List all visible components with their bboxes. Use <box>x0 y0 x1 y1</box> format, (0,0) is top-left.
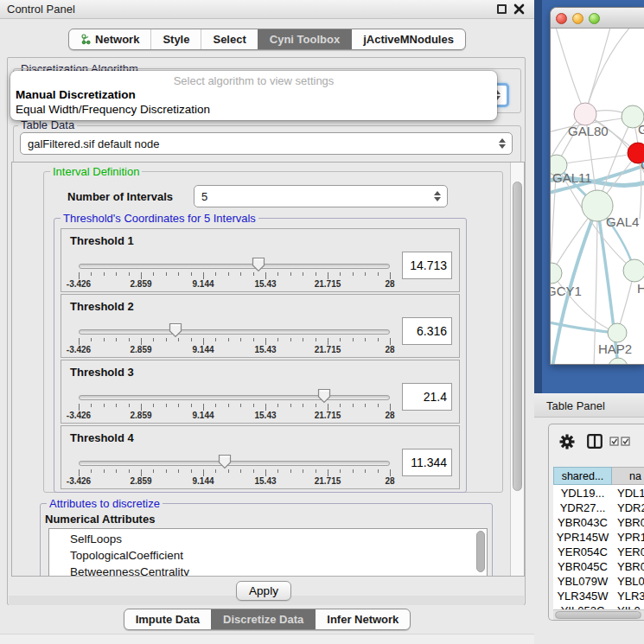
slider-tick-label: 9.144 <box>192 345 214 354</box>
slider-tick-label: -3.426 <box>67 345 91 354</box>
tab-label: Cyni Toolbox <box>270 29 340 49</box>
float-window-icon[interactable] <box>497 4 507 14</box>
slider-minor-tick <box>290 338 291 341</box>
shared-name-cell: YDR27... <box>553 501 612 514</box>
table-row[interactable]: YPR145WYPR1 <box>553 531 644 545</box>
number-of-intervals-combobox[interactable]: 5 <box>194 185 448 207</box>
tab-network[interactable]: Network <box>69 29 150 49</box>
slider-minor-tick <box>277 404 278 407</box>
threshold-slider-track[interactable] <box>79 264 390 269</box>
attribute-list-item[interactable]: SelfLoops <box>49 531 487 547</box>
threshold-label: Threshold 3 <box>70 366 134 379</box>
slider-major-tick <box>390 272 391 279</box>
threshold-panel: Threshold 3-3.4262.8599.14415.4321.71528… <box>61 360 460 424</box>
network-edge[interactable] <box>585 29 633 114</box>
network-canvas[interactable]: GAL80GCGAL11GAL4GCY1HHAP2 <box>551 29 644 365</box>
tab-cyni-toolbox[interactable]: Cyni Toolbox <box>258 29 351 49</box>
numerical-attributes-list[interactable]: SelfLoopsTopologicalCoefficientBetweenne… <box>48 528 488 577</box>
slider-minor-tick <box>353 404 354 407</box>
threshold-slider-handle[interactable] <box>218 454 232 469</box>
network-node[interactable] <box>609 358 628 365</box>
desktop-background-edge <box>534 0 542 393</box>
slider-minor-tick <box>116 469 117 473</box>
network-edge[interactable] <box>557 153 638 165</box>
slider-minor-tick <box>240 469 241 473</box>
horizontal-scrollbar-thumb[interactable] <box>555 611 641 619</box>
table-row[interactable]: YDL19...YDL1 <box>553 487 644 501</box>
vertical-scrollbar-thumb[interactable] <box>513 182 522 491</box>
apply-button[interactable]: Apply <box>236 581 291 601</box>
dropdown-item-equal-width-frequency[interactable]: Equal Width/Frequency Discretization <box>16 103 210 116</box>
column-header-shared-name[interactable]: shared... <box>553 467 612 485</box>
attributes-legend: Attributes to discretize <box>47 497 163 510</box>
threshold-slider-track[interactable] <box>79 461 390 466</box>
dropdown-item-manual-discretization[interactable]: Manual Discretization <box>16 88 136 101</box>
tab-label: Style <box>163 29 189 49</box>
columns-icon[interactable] <box>587 434 603 449</box>
slider-minor-tick <box>240 404 241 407</box>
threshold-slider-handle[interactable] <box>317 388 331 404</box>
list-scrollbar[interactable] <box>476 531 485 572</box>
table-row[interactable]: YBL079WYBL0 <box>553 575 644 590</box>
threshold-slider-track[interactable] <box>79 395 390 400</box>
table-row[interactable]: YDR27...YDR2 <box>553 501 644 516</box>
threshold-slider-handle[interactable] <box>169 322 182 338</box>
threshold-label: Threshold 1 <box>70 234 134 247</box>
slider-minor-tick <box>340 404 341 407</box>
attribute-list-item[interactable]: TopologicalCoefficient <box>49 547 487 564</box>
attribute-list-item[interactable]: BetweennessCentrality <box>49 564 487 577</box>
close-traffic-light-icon[interactable] <box>556 13 567 24</box>
network-node-hap2[interactable] <box>608 323 627 342</box>
network-node-gal80[interactable] <box>574 103 596 125</box>
close-icon[interactable] <box>513 3 525 15</box>
threshold-value-field[interactable]: 11.344 <box>402 449 452 476</box>
network-view-window[interactable]: GAL80GCGAL11GAL4GCY1HHAP2 <box>550 7 644 365</box>
slider-minor-tick <box>277 469 278 473</box>
slider-minor-tick <box>290 404 291 407</box>
slider-minor-tick <box>191 404 192 407</box>
slider-tick-label: 28 <box>385 279 394 289</box>
slider-minor-tick <box>91 469 92 473</box>
threshold-value-field[interactable]: 6.316 <box>402 317 452 345</box>
slider-tick-label: 9.144 <box>192 476 214 486</box>
tab-style[interactable]: Style <box>150 29 201 49</box>
checkbox-columns-icon[interactable] <box>609 437 632 446</box>
table-data-combobox[interactable]: galFiltered.sif default node <box>20 132 513 155</box>
network-edge[interactable] <box>585 29 611 114</box>
horizontal-scrollbar-track[interactable] <box>553 609 644 620</box>
column-header-name[interactable]: na <box>612 467 644 485</box>
network-node-gcy1[interactable] <box>551 263 562 284</box>
table-row[interactable]: YLR345WYLR3 <box>553 590 644 604</box>
gear-icon[interactable] <box>559 434 575 450</box>
tab-discretize-data[interactable]: Discretize Data <box>211 609 315 629</box>
threshold-value-field[interactable]: 14.713 <box>402 252 452 279</box>
slider-minor-tick <box>166 272 167 276</box>
threshold-slider-track[interactable] <box>79 329 390 335</box>
slider-major-tick <box>203 338 204 345</box>
combo-stepper-icon[interactable] <box>499 138 506 149</box>
combo-stepper-icon[interactable] <box>434 191 441 201</box>
tab-impute-data[interactable]: Impute Data <box>124 609 211 629</box>
name-cell: YBR0 <box>617 516 644 529</box>
tab-jactivemnodules[interactable]: jActiveMNodules <box>351 29 465 49</box>
slider-minor-tick <box>153 272 154 276</box>
network-window-titlebar[interactable] <box>551 8 644 29</box>
table-row[interactable]: YER054CYER0 <box>553 545 644 560</box>
slider-minor-tick <box>353 338 354 341</box>
threshold-slider-handle[interactable] <box>252 257 265 272</box>
shared-name-cell: YBR045C <box>553 560 612 573</box>
dropdown-placeholder-item[interactable]: Select algorithm to view settings <box>10 74 497 87</box>
slider-major-tick <box>328 469 328 476</box>
network-node-h[interactable] <box>623 259 644 282</box>
vertical-scrollbar-track[interactable] <box>510 163 524 576</box>
threshold-value-field[interactable]: 21.4 <box>402 383 452 411</box>
zoom-traffic-light-icon[interactable] <box>589 13 600 24</box>
tab-select[interactable]: Select <box>201 29 257 49</box>
network-edge[interactable] <box>555 29 585 114</box>
minimize-traffic-light-icon[interactable] <box>572 13 583 24</box>
slider-minor-tick <box>178 404 179 407</box>
table-row[interactable]: YBR045CYBR0 <box>553 560 644 575</box>
node-table[interactable]: YDL19...YDL1YDR27...YDR2YBR043CYBR0YPR14… <box>553 485 644 609</box>
table-row[interactable]: YBR043CYBR0 <box>553 516 644 531</box>
tab-infer-network[interactable]: Infer Network <box>315 609 410 629</box>
